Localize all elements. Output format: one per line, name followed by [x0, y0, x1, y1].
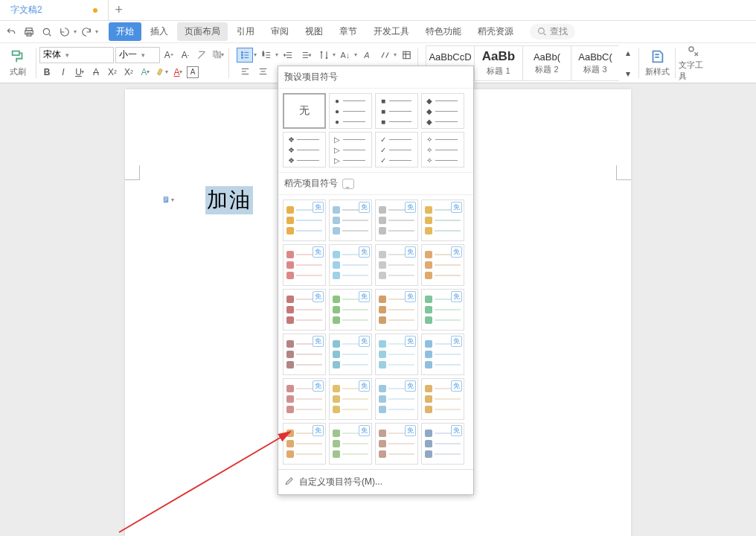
bold-button[interactable]: B: [39, 65, 54, 80]
menu-special[interactable]: 特色功能: [418, 22, 469, 41]
print-icon[interactable]: [21, 24, 37, 40]
align-center-button[interactable]: [254, 64, 271, 79]
superscript-button[interactable]: X2: [105, 65, 120, 80]
styles-scroll-up[interactable]: ▴: [621, 45, 635, 60]
menu-insert[interactable]: 插入: [143, 22, 176, 41]
align-left-button[interactable]: [237, 64, 253, 79]
caret-icon[interactable]: ▾: [333, 51, 336, 58]
styles-scroll-down[interactable]: ▾: [621, 66, 635, 81]
bullet-preset-item[interactable]: ■■■: [375, 93, 418, 129]
menu-reference[interactable]: 引用: [229, 22, 262, 41]
docer-bullet-item[interactable]: 免: [421, 244, 464, 286]
text-tools-button[interactable]: 文字工具: [679, 45, 708, 82]
rotate-text-button[interactable]: A: [359, 48, 375, 63]
selected-text[interactable]: 加油: [205, 186, 253, 214]
bullet-none-item[interactable]: 无: [283, 93, 326, 129]
docer-bullet-item[interactable]: 免: [283, 334, 326, 375]
format-painter-button[interactable]: 式刷: [3, 45, 33, 82]
toggle-marks-button[interactable]: [377, 48, 393, 63]
margin-corner-icon: [616, 165, 631, 180]
undo-button[interactable]: [57, 24, 73, 40]
docer-bullet-item[interactable]: 免: [329, 378, 372, 420]
svg-rect-10: [403, 51, 409, 58]
docer-bullet-item[interactable]: 免: [375, 289, 418, 331]
phonetic-guide-button[interactable]: 咖▾: [211, 48, 225, 63]
menu-start[interactable]: 开始: [109, 22, 141, 41]
preview-icon[interactable]: [39, 24, 55, 40]
tab-settings-button[interactable]: [398, 48, 414, 63]
svg-point-5: [241, 51, 243, 53]
docer-bullet-item[interactable]: 免: [421, 423, 464, 465]
docer-bullet-item[interactable]: 免: [329, 200, 372, 241]
text-effect-button[interactable]: A▾: [138, 65, 153, 80]
font-color-button[interactable]: A▾: [170, 65, 185, 80]
redo-button[interactable]: [78, 24, 94, 40]
comment-icon[interactable]: [342, 179, 354, 189]
style-card[interactable]: AaBb(标题 2: [522, 45, 571, 81]
bullet-preset-item[interactable]: ✓✓✓: [375, 132, 418, 168]
bullet-preset-item[interactable]: ◆◆◆: [421, 93, 464, 129]
menu-docer[interactable]: 稻壳资源: [470, 22, 521, 41]
bullet-preset-item[interactable]: ❖❖❖: [283, 132, 326, 168]
bullet-preset-item[interactable]: ●●●: [329, 93, 372, 129]
sort-button[interactable]: [315, 48, 332, 63]
document-tab[interactable]: 字文稿2: [0, 0, 109, 20]
menu-chapter[interactable]: 章节: [332, 22, 365, 41]
caret-icon[interactable]: ▾: [74, 28, 77, 35]
highlight-button[interactable]: ▾: [154, 65, 169, 80]
svg-point-12: [689, 47, 693, 51]
caret-icon[interactable]: ▾: [254, 51, 257, 58]
underline-button[interactable]: U▾: [72, 65, 87, 80]
docer-bullet-item[interactable]: 免: [375, 378, 418, 420]
number-list-button[interactable]: 12: [258, 48, 275, 63]
caret-icon[interactable]: ▾: [354, 51, 357, 58]
char-border-button[interactable]: A: [187, 66, 199, 78]
strike-button[interactable]: A: [89, 65, 103, 80]
subscript-button[interactable]: X2: [121, 65, 136, 80]
asian-layout-button[interactable]: A↓: [337, 48, 353, 63]
menu-review[interactable]: 审阅: [263, 22, 296, 41]
increase-indent-button[interactable]: [298, 48, 314, 63]
font-size-combo[interactable]: 小一▾: [115, 47, 160, 63]
docer-bullet-item[interactable]: 免: [329, 244, 372, 286]
undo-arrow-icon[interactable]: [3, 24, 19, 40]
docer-bullet-item[interactable]: 免: [421, 289, 464, 331]
docer-bullet-item[interactable]: 免: [421, 200, 464, 241]
docer-bullet-item[interactable]: 免: [283, 289, 326, 331]
style-card[interactable]: AaBbC(标题 3: [571, 45, 619, 81]
docer-bullet-item[interactable]: 免: [283, 378, 326, 420]
docer-bullet-item[interactable]: 免: [329, 289, 372, 331]
docer-bullet-item[interactable]: 免: [421, 378, 464, 420]
docer-bullet-item[interactable]: 免: [283, 244, 326, 286]
docer-bullet-item[interactable]: 免: [329, 423, 372, 465]
decrease-indent-button[interactable]: [280, 48, 296, 63]
docer-bullets-scroll[interactable]: 免免免免免免免免免免免免免免免免免免免免免免免免: [278, 195, 473, 469]
caret-icon[interactable]: ▾: [275, 51, 278, 58]
docer-bullet-item[interactable]: 免: [329, 334, 372, 375]
custom-bullet-button[interactable]: 自定义项目符号(M)...: [278, 469, 473, 494]
bullet-list-button[interactable]: [237, 48, 253, 63]
caret-icon[interactable]: ▾: [95, 28, 98, 35]
menu-view[interactable]: 视图: [298, 22, 330, 41]
new-tab-button[interactable]: +: [109, 2, 129, 18]
docer-bullet-item[interactable]: 免: [375, 200, 418, 241]
font-name-combo[interactable]: 宋体▾: [39, 47, 114, 63]
bullet-preset-item[interactable]: ▷▷▷: [329, 132, 372, 168]
new-style-button[interactable]: 新样式: [642, 45, 672, 82]
search-box[interactable]: 查找: [530, 24, 575, 39]
bullet-preset-item[interactable]: ✧✧✧: [421, 132, 464, 168]
style-card[interactable]: AaBb标题 1: [474, 45, 523, 81]
docer-bullet-item[interactable]: 免: [375, 423, 418, 465]
docer-bullet-item[interactable]: 免: [375, 334, 418, 375]
menu-dev[interactable]: 开发工具: [366, 22, 417, 41]
italic-button[interactable]: I: [56, 65, 71, 80]
decrease-font-button[interactable]: A-: [178, 48, 193, 63]
docer-bullet-item[interactable]: 免: [375, 244, 418, 286]
docer-bullet-item[interactable]: 免: [421, 334, 464, 375]
menu-layout[interactable]: 页面布局: [177, 22, 228, 41]
caret-icon[interactable]: ▾: [394, 51, 397, 58]
clear-format-button[interactable]: [194, 48, 209, 63]
paragraph-handle-icon[interactable]: ▾: [162, 194, 174, 205]
increase-font-button[interactable]: A+: [161, 48, 176, 63]
docer-bullet-item[interactable]: 免: [283, 200, 326, 241]
